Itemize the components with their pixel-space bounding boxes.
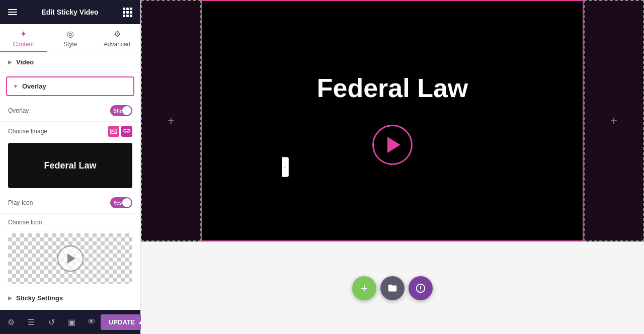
- left-panel: Edit Sticky Video ✦ Content ◎ Style ⚙ Ad…: [0, 0, 141, 334]
- canvas-left-column[interactable]: +: [141, 0, 201, 241]
- image-preview: Federal Law: [8, 143, 132, 188]
- choose-icon-label: Choose Icon: [8, 219, 42, 226]
- overlay-field-row: Overlay Show: [0, 100, 140, 122]
- grid-icon[interactable]: [123, 8, 132, 17]
- folder-float-button[interactable]: [380, 276, 405, 300]
- advanced-icon: ⚙: [114, 29, 121, 39]
- sticky-settings-label: Sticky Settings: [16, 294, 63, 302]
- update-label: UPDATE: [109, 318, 135, 326]
- video-play-button[interactable]: [372, 125, 413, 165]
- choose-icon-row: Choose Icon: [0, 214, 140, 231]
- settings-bottom-icon[interactable]: ⚙: [2, 313, 20, 331]
- collapse-handle[interactable]: ‹: [282, 157, 289, 177]
- canvas-top-row: + Federal Law +: [141, 0, 644, 241]
- image-link-button[interactable]: [121, 126, 132, 137]
- play-icon-toggle-thumb: [122, 198, 131, 207]
- panel-content: ▶ Video ▼ Overlay Overlay Show Choose Im…: [0, 52, 140, 310]
- choose-image-label: Choose Image: [8, 128, 47, 135]
- choose-image-row: Choose Image: [0, 122, 140, 141]
- video-title: Federal Law: [317, 73, 468, 103]
- overlay-section-label: Overlay: [22, 82, 46, 90]
- overlay-label: Overlay: [8, 107, 29, 114]
- overlay-toggle[interactable]: Show: [110, 105, 132, 116]
- icon-preview: [8, 233, 132, 284]
- floating-toolbar: +: [352, 276, 433, 300]
- layers-bottom-icon[interactable]: ☰: [22, 313, 40, 331]
- sticky-arrow-icon: ▶: [8, 295, 12, 301]
- choose-image-icons: [108, 126, 132, 137]
- image-preview-text: Federal Law: [44, 160, 96, 171]
- responsive-bottom-icon[interactable]: ▣: [62, 313, 80, 331]
- video-arrow-icon: ▶: [8, 59, 12, 65]
- sticky-settings-header[interactable]: ▶ Sticky Settings: [0, 288, 140, 308]
- content-icon: ✦: [20, 29, 27, 39]
- tab-advanced[interactable]: ⚙ Advanced: [94, 24, 140, 52]
- video-container: Federal Law: [201, 0, 584, 241]
- action-float-button[interactable]: [409, 276, 433, 300]
- video-play-triangle-icon: [387, 137, 400, 153]
- panel-bottom-bar: ⚙ ☰ ↺ ▣ 👁 UPDATE ▲: [0, 310, 140, 334]
- canvas-bottom: +: [141, 241, 644, 334]
- tab-advanced-label: Advanced: [104, 41, 130, 48]
- play-triangle-icon: [67, 254, 75, 264]
- history-bottom-icon[interactable]: ↺: [42, 313, 60, 331]
- style-icon: ◎: [67, 29, 74, 39]
- play-icon-row: Play Icon Yes: [0, 192, 140, 214]
- add-left-icon: +: [168, 114, 175, 128]
- preview-bottom-icon[interactable]: 👁: [83, 313, 101, 331]
- overlay-toggle-thumb: [122, 106, 131, 115]
- hamburger-icon[interactable]: [8, 9, 17, 15]
- canvas-right-column[interactable]: +: [584, 0, 644, 241]
- tab-content-label: Content: [13, 41, 34, 48]
- play-icon-toggle[interactable]: Yes: [110, 197, 132, 208]
- video-section-label: Video: [16, 58, 34, 66]
- image-link-icon: [123, 128, 130, 135]
- video-section-header[interactable]: ▶ Video: [0, 52, 140, 72]
- play-circle-icon: [57, 245, 84, 272]
- overlay-toggle-track[interactable]: Show: [110, 105, 132, 116]
- panel-header: Edit Sticky Video: [0, 0, 140, 24]
- overlay-arrow-icon: ▼: [13, 84, 18, 89]
- action-icon: [415, 283, 426, 294]
- tab-content[interactable]: ✦ Content: [0, 24, 47, 52]
- panel-tabs: ✦ Content ◎ Style ⚙ Advanced: [0, 24, 140, 52]
- overlay-section-header[interactable]: ▼ Overlay: [6, 76, 134, 96]
- add-right-icon: +: [610, 114, 617, 128]
- image-picker-icon: [110, 128, 117, 135]
- tab-style[interactable]: ◎ Style: [47, 24, 94, 52]
- play-icon-toggle-label: Yes: [113, 200, 122, 206]
- add-float-button[interactable]: +: [352, 276, 376, 300]
- panel-title: Edit Sticky Video: [41, 8, 98, 16]
- image-icon-button[interactable]: [108, 126, 119, 137]
- play-icon-label: Play Icon: [8, 199, 33, 206]
- bottom-icons: ⚙ ☰ ↺ ▣ 👁: [2, 313, 101, 331]
- play-icon-toggle-track[interactable]: Yes: [110, 197, 132, 208]
- canvas-area: ‹ + Federal Law + +: [141, 0, 644, 334]
- tab-style-label: Style: [63, 41, 77, 48]
- folder-icon: [387, 283, 398, 294]
